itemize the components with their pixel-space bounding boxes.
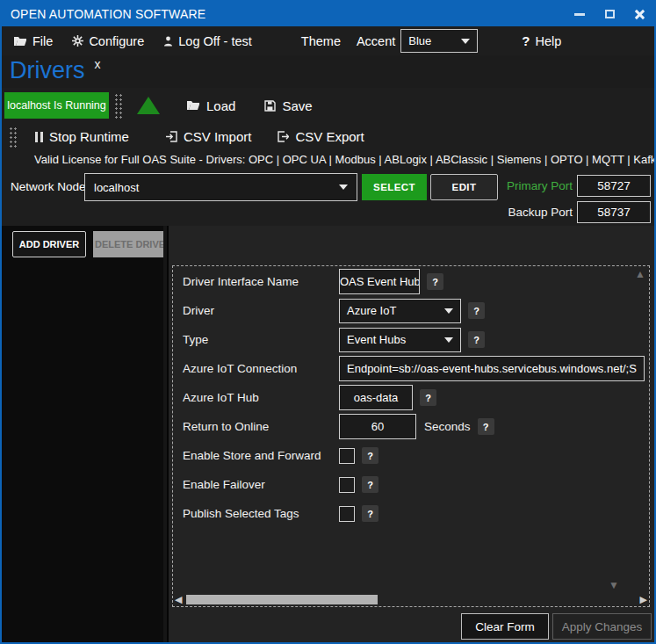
scroll-down-icon[interactable]: ▼ — [609, 579, 619, 591]
maximize-icon — [605, 10, 615, 18]
app-window: OPEN AUTOMATION SOFTWARE File Configure … — [0, 0, 656, 644]
azure-iot-hub-input[interactable] — [339, 385, 413, 410]
network-node-label: Network Node: — [11, 180, 89, 193]
azure-iot-connection-label: Azure IoT Connection — [183, 362, 339, 375]
csv-export-button[interactable]: CSV Export — [278, 129, 364, 144]
return-to-online-input[interactable] — [339, 414, 416, 439]
import-icon — [166, 131, 177, 142]
publish-selected-tags-label: Publish Selected Tags — [183, 507, 339, 520]
help-button[interactable]: ? — [362, 505, 378, 522]
scrollbar-thumb[interactable] — [186, 595, 378, 604]
menu-theme-label: Theme — [301, 34, 341, 48]
help-button[interactable]: ? — [420, 389, 436, 406]
driver-interface-name-label: Driver Interface Name — [183, 275, 339, 288]
help-button[interactable]: ? — [478, 418, 494, 435]
form-row-driver-interface-name: Driver Interface Name ? — [183, 267, 645, 296]
window-title: OPEN AUTOMATION SOFTWARE — [11, 7, 205, 21]
save-label: Save — [282, 98, 312, 113]
accent-select[interactable]: Blue — [400, 29, 478, 53]
minimize-icon — [574, 13, 585, 16]
scroll-right-icon[interactable]: ▶ — [640, 594, 647, 605]
form-row-azure-iot-connection: Azure IoT Connection — [183, 354, 645, 383]
folder-open-icon — [186, 100, 200, 111]
csv-export-label: CSV Export — [295, 129, 364, 144]
help-button[interactable]: ? — [468, 331, 485, 348]
chevron-down-icon — [444, 308, 453, 314]
stop-runtime-label: Stop Runtime — [49, 129, 129, 144]
stop-runtime-button[interactable]: Stop Runtime — [35, 129, 129, 144]
maximize-button[interactable] — [595, 2, 624, 26]
minimize-button[interactable] — [565, 2, 595, 26]
pause-icon — [35, 132, 43, 142]
return-to-online-label: Return to Online — [183, 420, 339, 433]
running-indicator-icon — [137, 97, 160, 114]
primary-port-value: 58727 — [577, 175, 651, 197]
driver-interface-name-input[interactable] — [339, 269, 420, 294]
chevron-down-icon — [444, 337, 453, 343]
toolbar-runtime: localhost Is Running Load Save — [2, 88, 654, 123]
save-button[interactable]: Save — [264, 98, 312, 113]
runtime-status-badge[interactable]: localhost Is Running — [4, 92, 109, 119]
help-button[interactable]: ? — [427, 273, 443, 290]
apply-changes-button: Apply Changes — [552, 613, 652, 640]
clear-form-button[interactable]: Clear Form — [461, 613, 549, 640]
toolbar-grip-2[interactable] — [8, 126, 17, 148]
menu-help[interactable]: ? Help — [518, 31, 565, 51]
form-row-enable-failover: Enable Failover ? — [183, 470, 645, 499]
seconds-label: Seconds — [424, 420, 471, 433]
menu-file[interactable]: File — [10, 32, 56, 51]
azure-iot-hub-label: Azure IoT Hub — [183, 391, 339, 404]
save-icon — [264, 100, 276, 112]
driver-label: Driver — [183, 304, 339, 317]
toolbar-grip[interactable] — [113, 92, 122, 119]
network-node-value: localhost — [94, 181, 139, 194]
horizontal-scrollbar[interactable]: ◀ ▶ — [175, 594, 647, 605]
form-row-return-to-online: Return to Online Seconds ? — [183, 412, 645, 441]
user-icon — [163, 36, 173, 47]
menu-file-label: File — [32, 34, 53, 48]
help-button[interactable]: ? — [468, 302, 485, 319]
driver-select[interactable]: Azure IoT — [339, 299, 461, 323]
load-button[interactable]: Load — [186, 98, 235, 113]
scroll-left-icon[interactable]: ◀ — [175, 594, 182, 605]
network-node-select[interactable]: localhost — [84, 173, 357, 201]
csv-import-label: CSV Import — [184, 129, 252, 144]
help-button[interactable]: ? — [362, 447, 378, 464]
accent-label: Accent — [353, 32, 399, 51]
type-label: Type — [183, 333, 339, 346]
enable-store-and-forward-checkbox[interactable] — [339, 448, 355, 464]
menu-log-off[interactable]: Log Off - test — [160, 32, 256, 51]
load-label: Load — [206, 98, 235, 113]
menu-help-label: Help — [535, 34, 561, 48]
tab-close-icon[interactable]: x — [95, 57, 101, 71]
csv-import-button[interactable]: CSV Import — [166, 129, 252, 144]
backup-port-label: Backup Port — [494, 206, 573, 219]
type-select[interactable]: Event Hubs — [339, 328, 461, 352]
menu-theme[interactable]: Theme — [298, 32, 344, 51]
gear-icon — [72, 35, 83, 47]
driver-form-panel: ▲ Driver Interface Name ? Driver Azure I… — [169, 226, 654, 642]
enable-failover-checkbox[interactable] — [339, 477, 355, 493]
chevron-down-icon — [339, 185, 348, 190]
close-button[interactable] — [624, 2, 654, 26]
help-icon: ? — [522, 33, 530, 48]
edit-button[interactable]: EDIT — [430, 174, 498, 200]
add-driver-button[interactable]: ADD DRIVER — [12, 231, 86, 257]
backup-port-value: 58737 — [577, 201, 651, 223]
help-button[interactable]: ? — [362, 476, 378, 493]
menu-configure-label: Configure — [89, 34, 144, 48]
azure-iot-connection-input[interactable] — [339, 356, 645, 381]
tab-strip: Drivers x — [2, 55, 654, 88]
select-button[interactable]: SELECT — [362, 174, 427, 200]
publish-selected-tags-checkbox[interactable] — [339, 506, 355, 522]
folder-icon — [13, 36, 27, 47]
export-icon — [278, 131, 289, 142]
menu-configure[interactable]: Configure — [68, 32, 148, 51]
tab-drivers[interactable]: Drivers — [10, 55, 85, 85]
form-row-publish-selected-tags: Publish Selected Tags ? — [183, 499, 645, 528]
main-content: ADD DRIVER DELETE DRIVER ▲ Driver Interf… — [2, 226, 654, 642]
menu-log-off-label: Log Off - test — [178, 34, 252, 48]
form-row-type: Type Event Hubs ? — [183, 325, 645, 354]
driver-form: Driver Interface Name ? Driver Azure IoT… — [173, 267, 649, 528]
delete-driver-button: DELETE DRIVER — [93, 231, 163, 257]
